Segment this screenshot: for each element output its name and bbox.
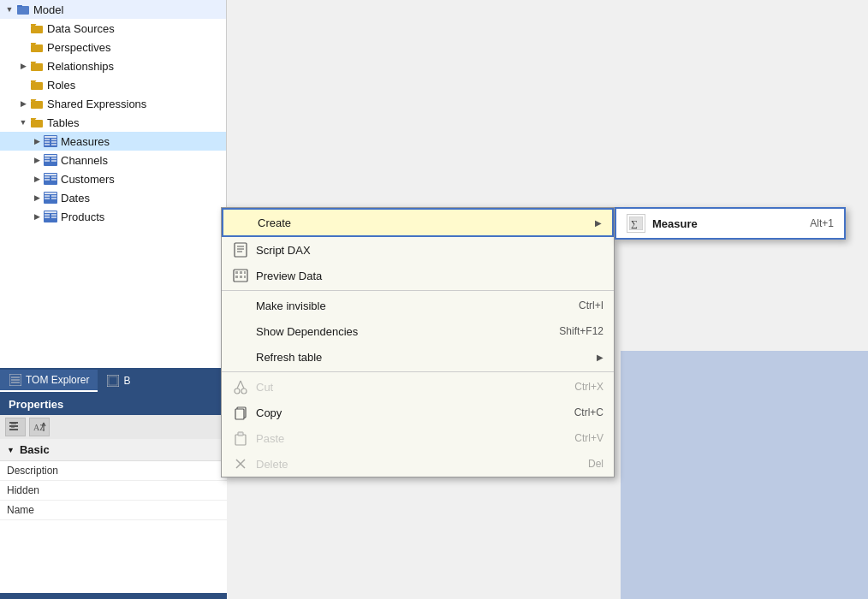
- svg-rect-19: [51, 157, 56, 159]
- section-chevron-basic: ▼: [7, 446, 15, 454]
- context-menu-paste-label: Paste: [256, 432, 557, 445]
- chevron-customers: ▶: [31, 173, 43, 185]
- svg-rect-46: [9, 422, 18, 424]
- svg-rect-50: [11, 427, 15, 428]
- chevron-measures: ▶: [31, 135, 43, 147]
- svg-rect-12: [45, 141, 50, 143]
- svg-rect-4: [31, 63, 43, 71]
- context-menu-make-invisible-label: Make invisible: [256, 300, 562, 312]
- tree-item-model[interactable]: ▼ Model: [0, 0, 226, 19]
- svg-rect-7: [31, 120, 43, 128]
- svg-rect-62: [244, 271, 246, 274]
- tree-item-dates[interactable]: ▶ Dates: [0, 188, 226, 207]
- context-menu-delete-label: Delete: [256, 458, 571, 471]
- context-menu-copy[interactable]: Copy Ctrl+C: [222, 400, 614, 425]
- paste-icon: [232, 430, 249, 447]
- svg-rect-6: [31, 101, 43, 109]
- svg-rect-35: [45, 211, 56, 213]
- tree-label-tables: Tables: [47, 116, 80, 129]
- make-invisible-shortcut: Ctrl+I: [579, 300, 603, 311]
- submenu-popup: ∑ Measure Alt+1: [615, 207, 846, 240]
- context-menu-create[interactable]: Create ▶: [222, 208, 614, 237]
- table-icon-dates: [43, 191, 58, 205]
- context-menu-preview-data[interactable]: Preview Data: [222, 263, 614, 288]
- tree-label-data-sources: Data Sources: [47, 22, 115, 35]
- properties-panel: Properties AZ ▼ Basic Description: [0, 394, 231, 599]
- tree-label-dates: Dates: [61, 192, 90, 205]
- right-panel-content: [621, 351, 868, 599]
- svg-rect-31: [51, 195, 56, 197]
- folder-icon-tables: [29, 116, 45, 129]
- svg-rect-18: [45, 157, 50, 159]
- props-sort-by-category-btn[interactable]: [5, 418, 26, 436]
- tree-label-customers: Customers: [61, 173, 115, 186]
- cut-shortcut: Ctrl+X: [574, 381, 603, 393]
- tree-item-relationships[interactable]: ▶ Relationships: [0, 56, 226, 75]
- bottom-tabs-bar: TOM Explorer B: [0, 368, 231, 394]
- context-menu-refresh-table[interactable]: Refresh table ▶: [222, 344, 614, 370]
- context-menu-delete[interactable]: Delete Del: [222, 451, 614, 477]
- delete-icon: [232, 455, 249, 472]
- context-menu-script-dax-label: Script DAX: [256, 244, 603, 257]
- svg-point-65: [241, 388, 247, 394]
- tree-item-perspectives[interactable]: Perspectives: [0, 38, 226, 56]
- preview-data-icon: [232, 267, 249, 284]
- tree-item-channels[interactable]: ▶ Channels: [0, 151, 226, 169]
- svg-rect-32: [45, 198, 50, 199]
- b-tab-icon: [106, 374, 120, 388]
- svg-rect-70: [235, 435, 246, 445]
- context-menu-preview-data-label: Preview Data: [256, 270, 603, 282]
- separator-1: [222, 290, 614, 291]
- svg-rect-15: [51, 144, 56, 145]
- svg-rect-10: [45, 139, 50, 140]
- chevron-model: ▼: [3, 3, 15, 15]
- tab-tom-explorer[interactable]: TOM Explorer: [0, 370, 98, 392]
- tree-item-customers[interactable]: ▶ Customers: [0, 169, 226, 188]
- svg-rect-11: [51, 139, 56, 140]
- context-menu-paste[interactable]: Paste Ctrl+V: [222, 425, 614, 451]
- svg-rect-9: [45, 136, 56, 138]
- chevron-relationships: ▶: [17, 60, 29, 72]
- tree-label-products: Products: [61, 211, 104, 223]
- table-icon-channels: [43, 153, 58, 167]
- svg-rect-2: [31, 26, 43, 33]
- svg-rect-38: [45, 216, 50, 218]
- properties-header: Properties: [0, 394, 231, 415]
- properties-row-name: Name: [0, 501, 231, 520]
- context-menu-cut[interactable]: Cut Ctrl+X: [222, 374, 614, 400]
- tree-item-data-sources[interactable]: Data Sources: [0, 19, 226, 38]
- svg-rect-20: [45, 160, 50, 162]
- tree-item-tables[interactable]: ▼ Tables: [0, 113, 226, 132]
- tree-label-measures: Measures: [61, 135, 110, 148]
- tree-label-roles: Roles: [47, 79, 75, 92]
- spacer-perspectives: [17, 41, 29, 53]
- context-menu-show-dependencies[interactable]: Show Dependencies Shift+F12: [222, 318, 614, 344]
- tree-item-products[interactable]: ▶ Products: [0, 207, 226, 226]
- tom-explorer-icon: [9, 373, 22, 387]
- tree-item-measures[interactable]: ▶ Measures: [0, 132, 226, 151]
- svg-rect-47: [9, 425, 18, 427]
- svg-rect-29: [45, 193, 56, 194]
- make-invisible-icon: [232, 297, 249, 314]
- svg-rect-58: [235, 271, 238, 274]
- properties-section-basic[interactable]: ▼ Basic: [0, 439, 231, 461]
- svg-rect-48: [9, 429, 18, 430]
- cut-icon: [232, 378, 249, 395]
- properties-label-hidden: Hidden: [7, 484, 84, 496]
- svg-rect-39: [51, 216, 56, 218]
- context-menu: Create ▶ Script DAX P: [221, 207, 615, 477]
- submenu-calc-icon: ∑: [627, 214, 645, 233]
- table-icon-products: [43, 210, 58, 223]
- context-menu-script-dax[interactable]: Script DAX: [222, 237, 614, 263]
- refresh-table-arrow: ▶: [597, 353, 603, 362]
- context-menu-make-invisible[interactable]: Make invisible Ctrl+I: [222, 293, 614, 318]
- tree-item-shared-expressions[interactable]: ▶ Shared Expressions: [0, 94, 226, 113]
- show-dependencies-icon: [232, 323, 249, 340]
- props-sort-alphabetical-btn[interactable]: AZ: [29, 418, 50, 436]
- tab-b[interactable]: B: [98, 371, 139, 391]
- tree-item-roles[interactable]: Roles: [0, 75, 226, 94]
- svg-line-66: [237, 381, 241, 388]
- svg-rect-1: [17, 5, 22, 7]
- spacer-data-sources: [17, 22, 29, 34]
- create-submenu-arrow: ▶: [595, 218, 602, 228]
